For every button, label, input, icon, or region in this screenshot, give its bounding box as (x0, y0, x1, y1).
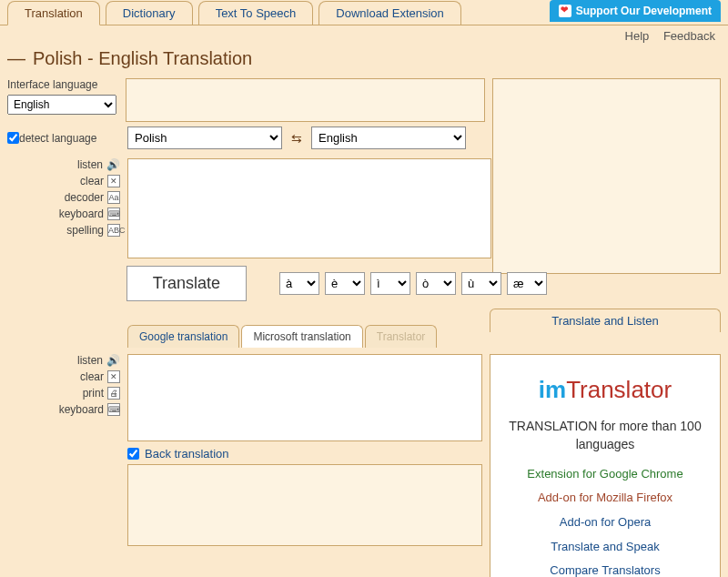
back-translation-box (127, 464, 482, 546)
accent-i-select[interactable]: ì (370, 272, 410, 295)
target-language-select[interactable]: English (311, 127, 466, 149)
right-tab-translate-listen[interactable]: Translate and Listen (490, 309, 721, 332)
detect-language-label: detect language (19, 132, 96, 145)
accent-ae-select[interactable]: æ (507, 272, 547, 295)
tab-tts[interactable]: Text To Speech (198, 1, 314, 25)
help-link[interactable]: Help (625, 29, 650, 43)
speaker-icon[interactable]: 🔊 (106, 354, 120, 367)
compare-translators-link[interactable]: Compare Translators (500, 560, 711, 577)
clear-icon[interactable]: ✕ (107, 370, 120, 383)
translate-speak-link[interactable]: Translate and Speak (500, 536, 711, 559)
header-text-panel (126, 78, 485, 122)
title-dash: — (7, 48, 25, 69)
src-listen-label: listen (77, 158, 103, 171)
support-button[interactable]: Support Our Development (550, 0, 721, 22)
source-language-select[interactable]: Polish (127, 127, 282, 149)
res-print-label: print (83, 387, 104, 400)
accent-a-select[interactable]: à (279, 272, 319, 295)
speaker-icon[interactable]: 🔊 (106, 158, 120, 171)
chrome-extension-link[interactable]: Extension for Google Chrome (500, 463, 711, 486)
feedback-link[interactable]: Feedback (663, 29, 715, 43)
keyboard-icon[interactable]: ⌨ (107, 208, 120, 220)
print-icon[interactable]: 🖨 (107, 387, 120, 400)
decoder-icon[interactable]: Aa (107, 191, 120, 204)
sub-tab-microsoft[interactable]: Microsoft translation (241, 325, 362, 348)
back-translation-label: Back translation (145, 447, 229, 461)
accent-u-select[interactable]: ù (461, 272, 501, 295)
res-keyboard-label: keyboard (59, 403, 104, 416)
accent-e-select[interactable]: è (325, 272, 365, 295)
coffee-icon (559, 5, 571, 17)
tab-dictionary[interactable]: Dictionary (106, 1, 193, 25)
translation-result-box (127, 354, 482, 441)
promo-panel: imTranslator TRANSLATION for more than 1… (490, 354, 721, 577)
tab-translation[interactable]: Translation (7, 1, 100, 25)
right-ad-panel (492, 78, 721, 274)
promo-subtitle: TRANSLATION for more than 100 languages (500, 418, 711, 453)
sub-tab-translator[interactable]: Translator (365, 325, 438, 348)
detect-language-checkbox[interactable] (7, 132, 19, 144)
src-decoder-label: decoder (65, 191, 104, 204)
accent-o-select[interactable]: ò (416, 272, 456, 295)
opera-addon-link[interactable]: Add-on for Opera (500, 511, 711, 534)
spelling-icon[interactable]: ABC (107, 224, 120, 237)
page-title: Polish - English Translation (33, 48, 252, 69)
imtranslator-logo: imTranslator (500, 368, 711, 412)
tab-download-extension[interactable]: Download Extension (318, 1, 461, 25)
src-clear-label: clear (80, 175, 104, 187)
res-listen-label: listen (77, 354, 103, 367)
translate-button[interactable]: Translate (126, 266, 247, 301)
clear-icon[interactable]: ✕ (107, 175, 120, 187)
back-translation-checkbox[interactable] (127, 448, 139, 460)
swap-languages-icon[interactable]: ⇆ (291, 131, 302, 146)
src-spelling-label: spelling (66, 224, 104, 237)
src-keyboard-label: keyboard (59, 208, 104, 220)
firefox-addon-link[interactable]: Add-on for Mozilla Firefox (500, 487, 711, 510)
source-text-input[interactable] (127, 158, 491, 258)
interface-language-select[interactable]: English (7, 95, 116, 115)
interface-language-label: Interface language (7, 78, 118, 91)
support-button-label: Support Our Development (576, 5, 712, 17)
keyboard-icon[interactable]: ⌨ (107, 403, 120, 416)
res-clear-label: clear (80, 370, 104, 383)
sub-tab-google[interactable]: Google translation (127, 325, 239, 348)
